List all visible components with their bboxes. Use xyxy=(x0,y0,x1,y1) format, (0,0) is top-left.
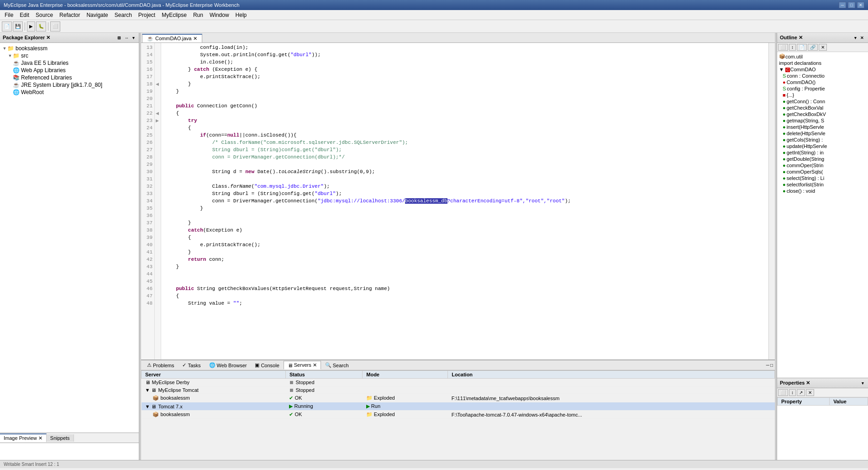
table-row[interactable]: ▼ 🖥Tomcat 7.x ▶ Running ▶ Run xyxy=(142,402,775,411)
menu-navigate[interactable]: Navigate xyxy=(84,11,110,19)
outline-toolbar-btn4[interactable]: 🔗 xyxy=(808,44,818,51)
tab-search-label: Search xyxy=(333,363,349,368)
outline-toolbar-btn2[interactable]: ↕ xyxy=(789,44,796,51)
menu-refactor[interactable]: Refactor xyxy=(57,11,83,19)
maximize-bottom-button[interactable]: □ xyxy=(770,363,773,368)
outline-toolbar-btn5[interactable]: ✕ xyxy=(819,44,827,51)
properties-btn3[interactable]: ↗ xyxy=(797,389,805,396)
outline-item-package[interactable]: 📦 com.util xyxy=(777,53,868,60)
outline-item-update[interactable]: ● update(HttpServle xyxy=(777,143,868,149)
outline-item-commopersqls[interactable]: ● commOperSqls( xyxy=(777,169,868,175)
tree-item-web-app[interactable]: 🌐 Web App Libraries xyxy=(0,67,139,74)
tree-item-booksalessm[interactable]: ▼ 📁 booksalessm xyxy=(0,45,139,52)
panel-header-buttons: ⊞ ↔ ▾ xyxy=(116,35,136,41)
menu-project[interactable]: Project xyxy=(136,11,158,19)
outline-item-config[interactable]: S config : Propertie xyxy=(777,85,868,92)
properties-header-btns: ▾ xyxy=(860,380,865,386)
outline-item-getint[interactable]: ● getInt(String) : in xyxy=(777,149,868,156)
minimize-button[interactable]: ─ xyxy=(839,2,846,8)
toolbar-save[interactable]: 💾 xyxy=(13,21,23,32)
minimize-bottom-button[interactable]: ─ xyxy=(766,363,769,368)
outline-item-block[interactable]: ■ {...} xyxy=(777,92,868,98)
properties-menu-button[interactable]: ▾ xyxy=(860,380,865,386)
tab-snippets[interactable]: Snippets xyxy=(47,434,74,442)
toolbar-run[interactable]: ▶ xyxy=(27,21,35,32)
tab-web-browser[interactable]: 🌐 Web Browser xyxy=(205,361,251,370)
properties-btn1[interactable]: ⬜ xyxy=(778,389,788,396)
method-icon: ● xyxy=(783,99,786,104)
center-panel: ☕ CommDAO.java ✕ 13 14 15 16 17 18 19 20… xyxy=(141,33,775,460)
menu-help[interactable]: Help xyxy=(233,11,250,19)
outline-label-getconn: getConn() : Conn xyxy=(787,99,825,104)
menu-myeclipse[interactable]: MyEclipse xyxy=(159,11,189,19)
tree-label-java-ee: Java EE 5 Libraries xyxy=(21,60,68,66)
menu-edit[interactable]: Edit xyxy=(17,11,32,19)
tab-tasks[interactable]: ✓ Tasks xyxy=(178,361,205,370)
outline-item-close[interactable]: ● close() : void xyxy=(777,188,868,194)
outline-close-button[interactable]: ✕ xyxy=(859,35,865,41)
tab-search[interactable]: 🔍 Search xyxy=(321,361,353,370)
tab-image-preview[interactable]: Image Preview ✕ xyxy=(0,433,47,442)
tree-item-referenced-libraries[interactable]: 📚 Referenced Libraries xyxy=(0,74,139,81)
panel-menu-button[interactable]: ▾ xyxy=(131,35,136,41)
outline-label-getcheckboxdkv: getCheckBoxDkV xyxy=(787,111,826,117)
outline-item-imports[interactable]: import declarations xyxy=(777,60,868,66)
outline-item-getconn[interactable]: ● getConn() : Conn xyxy=(777,98,868,105)
tree-item-webroot[interactable]: 🌐 WebRoot xyxy=(0,89,139,96)
outline-menu-button[interactable]: ▾ xyxy=(853,35,858,41)
tab-problems[interactable]: ⚠ Problems xyxy=(143,361,178,370)
outline-item-commoper[interactable]: ● commOper(Strin xyxy=(777,162,868,169)
outline-item-getdouble[interactable]: ● getDouble(String xyxy=(777,156,868,162)
menu-file[interactable]: File xyxy=(2,11,16,19)
outline-label-update: update(HttpServle xyxy=(787,143,827,149)
code-editor[interactable]: config.load(in); System.out.println(conf… xyxy=(161,43,768,359)
outline-item-getcols[interactable]: ● getCols(String) : xyxy=(777,137,868,143)
outline-item-selectforlist[interactable]: ● selectforlist(Strin xyxy=(777,181,868,188)
tab-console[interactable]: ▣ Console xyxy=(251,361,283,370)
tree-item-jre[interactable]: ☕ JRE System Library [jdk1.7.0_80] xyxy=(0,81,139,89)
menu-source[interactable]: Source xyxy=(33,11,56,19)
outline-item-select[interactable]: ● select(String) : Li xyxy=(777,175,868,181)
menu-window[interactable]: Window xyxy=(207,11,232,19)
properties-btn4[interactable]: ✕ xyxy=(806,389,814,396)
tab-servers[interactable]: 🖥 Servers ✕ xyxy=(284,361,321,370)
method-icon: ● xyxy=(783,188,786,194)
outline-item-getcheckboxval[interactable]: ● getCheckBoxVal xyxy=(777,105,868,111)
outline-toolbar-btn1[interactable]: ⬜ xyxy=(778,44,788,51)
table-row[interactable]: 🖥MyEclipse Derby ⏹ Stopped xyxy=(142,379,775,386)
outline-item-constructor[interactable]: ● CommDAO() xyxy=(777,79,868,85)
outline-item-conn[interactable]: S conn : Connectio xyxy=(777,73,868,79)
table-row[interactable]: 📦booksalessm ✔ OK 📁 Exploded F:\Tool\apa… xyxy=(142,411,775,419)
method-icon: ● xyxy=(783,105,786,111)
menu-run[interactable]: Run xyxy=(190,11,206,19)
maximize-button[interactable]: □ xyxy=(848,2,855,8)
outline-label-select: select(String) : Li xyxy=(787,175,825,181)
table-row[interactable]: ▼ 🖥MyEclipse Tomcat ⏹ Stopped xyxy=(142,386,775,394)
table-row[interactable]: 📦booksalessm ✔ OK 📁 Exploded F:\111\meta… xyxy=(142,394,775,402)
outline-item-insert[interactable]: ● insert(HttpServle xyxy=(777,124,868,130)
tree-item-java-ee[interactable]: ☕ Java EE 5 Libraries xyxy=(0,59,139,67)
menu-search[interactable]: Search xyxy=(112,11,135,19)
outline-item-getcheckboxdkv[interactable]: ● getCheckBoxDkV xyxy=(777,111,868,117)
toolbar-debug[interactable]: 🐛 xyxy=(36,21,46,32)
block-icon: ■ xyxy=(783,92,786,98)
outline-item-commdao[interactable]: ▼ C CommDAO xyxy=(777,66,868,73)
server-name: 📦booksalessm xyxy=(142,411,286,419)
properties-btn2[interactable]: ↕ xyxy=(789,389,796,396)
outline-item-getmap[interactable]: ● getmap(String, S xyxy=(777,117,868,124)
outline-toolbar-btn3[interactable]: 📄 xyxy=(797,44,807,51)
close-button[interactable]: ✕ xyxy=(857,2,864,8)
toolbar-perspective[interactable]: ⬜ xyxy=(50,21,60,32)
field-icon: S xyxy=(783,73,786,79)
outline-label-imports: import declarations xyxy=(779,60,821,66)
link-button[interactable]: ↔ xyxy=(123,35,130,41)
editor-tab-commdao[interactable]: ☕ CommDAO.java ✕ xyxy=(142,34,202,42)
collapse-all-button[interactable]: ⊞ xyxy=(116,35,122,41)
toolbar-new[interactable]: 📄 xyxy=(2,21,12,32)
tree-item-src[interactable]: ▼ 📁 src xyxy=(0,52,139,59)
servers-icon: 🖥 xyxy=(288,363,293,368)
vertical-scrollbar[interactable] xyxy=(768,43,775,359)
title-bar: MyEclipse Java Enterprise - booksalessm/… xyxy=(0,0,868,10)
outline-title: Outline ✕ xyxy=(780,35,803,41)
outline-item-delete[interactable]: ● delete(HttpServle xyxy=(777,130,868,137)
